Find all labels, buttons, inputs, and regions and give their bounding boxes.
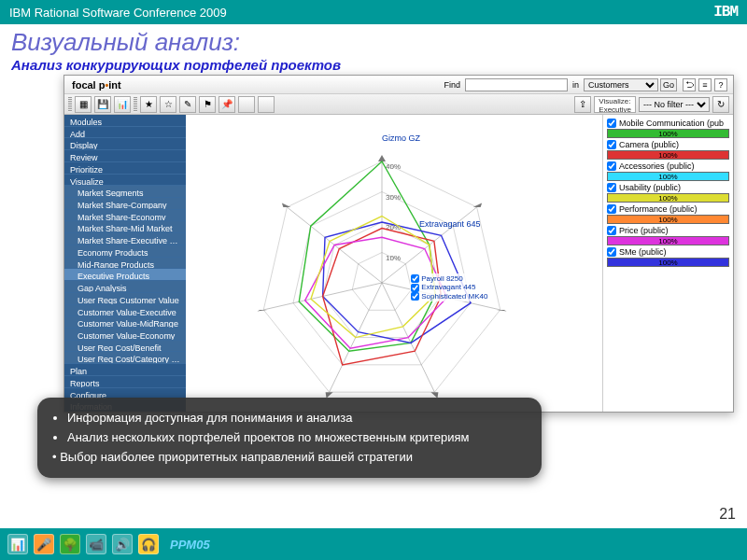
tool-refresh-icon[interactable]: ↻: [712, 96, 729, 113]
tool-blank-icon[interactable]: [238, 96, 255, 113]
footer-bars-icon[interactable]: 📊: [7, 534, 28, 554]
tool-star2-icon[interactable]: ☆: [160, 96, 176, 113]
radar-canvas[interactable]: 10%20%30%40% Gizmo GZ Extravagant 645 Pa…: [186, 115, 602, 412]
find-input[interactable]: [465, 78, 568, 91]
tool-pin-icon[interactable]: 📌: [218, 96, 235, 113]
radar-label-extravagant: Extravagant 645: [419, 219, 481, 229]
tool-export-icon[interactable]: ⇪: [574, 96, 591, 113]
sidebar-item[interactable]: Customer Value-Executive: [64, 305, 186, 317]
legend-checkbox[interactable]: [607, 247, 616, 257]
tool-flag-icon[interactable]: ⚑: [199, 96, 216, 113]
radar-label-gizmo: Gizmo GZ: [382, 133, 420, 143]
legend-checkbox[interactable]: [607, 161, 616, 171]
sidebar-item[interactable]: Prioritize: [64, 162, 186, 175]
legend-label: Mobile Communication (pub: [619, 119, 724, 128]
legend-checkbox[interactable]: [607, 226, 616, 235]
nav-icon[interactable]: ⮌: [683, 78, 696, 91]
legend-color-bar: 100%: [607, 215, 729, 224]
legend-label: Accessories (public): [619, 161, 695, 171]
sidebar-item[interactable]: Reports: [64, 376, 186, 388]
focalpoint-app-window: focal p•int Find in Customers Go ⮌ ≡ ? ▦…: [63, 75, 734, 413]
legend-label: Performance (public): [619, 204, 698, 214]
legend-color-bar: 100%: [607, 129, 729, 138]
svg-text:40%: 40%: [386, 162, 401, 171]
sidebar-item[interactable]: Market Share-Economy: [64, 210, 186, 222]
tool-table-icon[interactable]: ▦: [75, 96, 92, 113]
svg-marker-21: [282, 203, 290, 207]
svg-text:10%: 10%: [386, 254, 401, 262]
sidebar-item[interactable]: Review: [64, 150, 186, 162]
legend-checkbox[interactable]: [607, 119, 616, 128]
visualize-label: Visualize:Executive: [594, 96, 636, 113]
sidebar-item[interactable]: Executive Products: [64, 269, 186, 281]
sidebar-item[interactable]: Display: [64, 138, 186, 150]
sidebar-item[interactable]: Add: [64, 127, 186, 139]
bullet-2: Анализ нескольких портфелей проектов по …: [67, 428, 527, 448]
legend-label: Usability (public): [619, 183, 681, 192]
footer-headphones-icon[interactable]: 🎧: [138, 534, 159, 554]
legend-item: Price (public)100%: [607, 226, 729, 245]
toolbar-grip[interactable]: [134, 97, 137, 112]
tool-chart-icon[interactable]: 📊: [114, 96, 131, 113]
legend-color-bar: 100%: [607, 150, 729, 160]
sidebar-item[interactable]: Gap Analysis: [64, 281, 186, 293]
legend-item: Accessories (public)100%: [607, 161, 729, 181]
find-label: Find: [441, 80, 463, 90]
focalpoint-logo: focal p•int: [64, 79, 129, 91]
series-toggle[interactable]: [411, 274, 419, 283]
help-icon[interactable]: ?: [714, 78, 727, 91]
sidebar-item[interactable]: User Req Cost/Category Be: [64, 352, 186, 364]
list-icon[interactable]: ≡: [698, 78, 712, 91]
sidebar-item[interactable]: Customer Value-MidRange: [64, 316, 186, 329]
sidebar-item[interactable]: Market Share-Mid Market: [64, 221, 186, 233]
sidebar-item[interactable]: Customer Value-Economy: [64, 329, 186, 341]
legend-label: Camera (public): [619, 140, 679, 149]
sidebar-item[interactable]: Market Share-Executive Cla: [64, 233, 186, 245]
sidebar-item[interactable]: Market Segments: [64, 186, 186, 198]
ibm-logo: IBM: [713, 4, 738, 21]
legend-color-bar: 100%: [607, 172, 729, 181]
footer-tree-icon[interactable]: 🌳: [60, 534, 80, 554]
legend-item: Mobile Communication (pub100%: [607, 119, 729, 138]
legend-item: Camera (public)100%: [607, 140, 729, 160]
page-number: 21: [719, 506, 736, 523]
sidebar-item[interactable]: User Req Cost/Benefit: [64, 341, 186, 353]
tool-star-icon[interactable]: ★: [140, 96, 157, 113]
bullet-3: Выбор наиболее приоритетных направлений …: [60, 450, 413, 464]
footer-code: PPM05: [170, 538, 210, 552]
series-checkboxes[interactable]: Payroll 8250 Extravagant 445 Sophisticat…: [410, 273, 488, 301]
svg-marker-11: [473, 203, 482, 207]
legend-checkbox[interactable]: [607, 140, 616, 149]
legend-checkbox[interactable]: [607, 183, 616, 192]
sidebar-item[interactable]: Visualize: [64, 175, 186, 187]
tool-blank2-icon[interactable]: [258, 96, 275, 113]
bullet-1: Информация доступная для понимания и ана…: [67, 409, 527, 428]
svg-marker-13: [497, 310, 507, 312]
go-button[interactable]: Go: [660, 78, 677, 91]
series-toggle[interactable]: [411, 284, 419, 292]
tool-save-icon[interactable]: 💾: [94, 96, 111, 113]
legend-label: SMe (public): [619, 247, 667, 257]
slide-subtitle: Анализ конкурирующих портфелей проектов: [0, 57, 747, 77]
svg-marker-19: [257, 310, 267, 312]
series-toggle[interactable]: [411, 292, 419, 301]
toolbar-grip[interactable]: [68, 97, 72, 112]
find-scope-select[interactable]: Customers: [584, 78, 658, 91]
sidebar-item[interactable]: Modules: [64, 115, 186, 127]
legend-checkbox[interactable]: [607, 204, 616, 214]
in-label: in: [570, 80, 582, 90]
sidebar-item[interactable]: User Reqs Customer Value: [64, 293, 186, 305]
app-header: focal p•int Find in Customers Go ⮌ ≡ ?: [64, 76, 733, 94]
footer-mic-icon[interactable]: 🎤: [34, 534, 54, 554]
header-icon-group: ⮌ ≡ ?: [677, 78, 733, 91]
tool-note-icon[interactable]: ✎: [179, 96, 196, 113]
conference-topbar: IBM Rational Software Conference 2009 IB…: [0, 0, 747, 24]
filter-select[interactable]: --- No filter ---: [639, 97, 710, 112]
legend-color-bar: 100%: [607, 193, 729, 203]
footer-camera-icon[interactable]: 📹: [86, 534, 106, 554]
sidebar-item[interactable]: Plan: [64, 364, 186, 376]
sidebar-item[interactable]: Market Share-Company: [64, 198, 186, 210]
footer-sound-icon[interactable]: 🔊: [112, 534, 133, 554]
sidebar-item[interactable]: Mid-Range Products: [64, 258, 186, 270]
sidebar-item[interactable]: Economy Products: [64, 245, 186, 258]
